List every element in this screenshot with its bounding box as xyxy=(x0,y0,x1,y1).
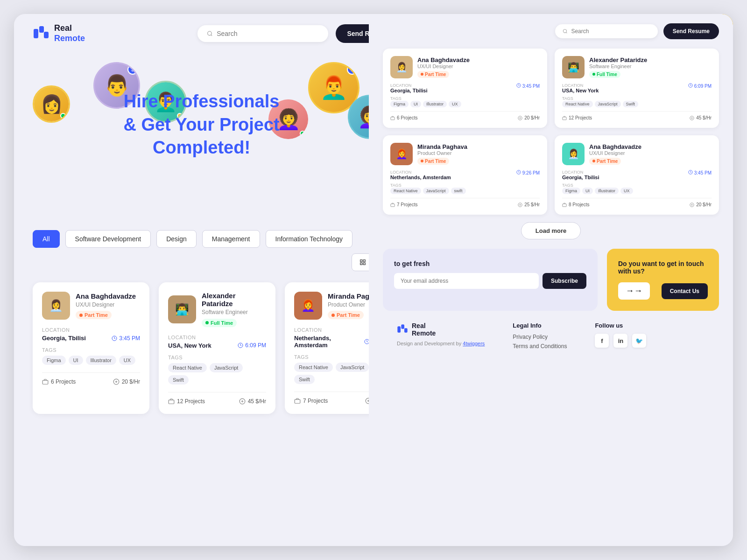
subscribe-button[interactable]: Subscribe xyxy=(543,273,586,289)
money-icon xyxy=(690,116,694,120)
svg-rect-49 xyxy=(404,328,408,332)
location-label: Location xyxy=(42,327,140,333)
svg-rect-1 xyxy=(34,29,38,38)
svg-rect-3 xyxy=(44,32,49,38)
rp-card-info: Alexander Pataridze Software Engineer Fu… xyxy=(589,56,647,78)
clock-icon xyxy=(688,170,693,175)
svg-rect-43 xyxy=(563,203,566,206)
rp-time: 9:26 PM xyxy=(516,170,540,180)
card-tags: Tags React Native JavaScript Swift xyxy=(168,355,266,385)
terms-link[interactable]: Terms and Conditions xyxy=(513,343,567,350)
card-time: 3:45 PM xyxy=(112,335,140,342)
svg-rect-2 xyxy=(39,26,44,33)
tag-swift: Swift xyxy=(294,375,315,384)
rp-search-input[interactable] xyxy=(571,28,650,35)
filter-btn-design[interactable]: Design xyxy=(156,230,197,248)
load-more-button[interactable]: Load more xyxy=(521,222,581,239)
rp-card-header: 👩‍💼 Ana Baghdavadze UX/UI Designer Part … xyxy=(562,143,712,165)
footer-link[interactable]: 4twiggers xyxy=(463,341,485,346)
rp-send-resume-button[interactable]: Send Resume xyxy=(663,23,719,39)
card-header: 👩‍💼 Ana Baghdavadze UX/UI Designer Part … xyxy=(42,292,140,320)
filter-btn-it[interactable]: Information Technology xyxy=(266,230,353,248)
logo: Real Remote xyxy=(33,23,85,43)
twitter-icon[interactable]: 🐦 xyxy=(632,334,646,348)
briefcase-icon xyxy=(390,116,395,120)
rp-footer: 6 Projects 20 $/Hr xyxy=(390,111,540,120)
svg-rect-33 xyxy=(563,117,566,119)
email-input[interactable] xyxy=(394,273,539,289)
cards-section: 👩‍💼 Ana Baghdavadze UX/UI Designer Part … xyxy=(14,282,420,414)
footer-tagline: Design and Development by 4twiggers xyxy=(397,341,485,346)
grid-icon xyxy=(359,259,366,266)
hero-title: Hire Professionals & Get Your Project Co… xyxy=(123,90,279,159)
avatar-badge-5: 5 xyxy=(347,64,357,75)
briefcase-icon xyxy=(562,116,567,120)
social-icons: f in 🐦 xyxy=(595,334,646,348)
card-header: 👨‍💻 Alexander Pataridze Software Enginee… xyxy=(168,292,266,327)
rp-avatar: 👩‍💼 xyxy=(390,56,413,78)
clock-icon xyxy=(688,83,693,88)
svg-line-26 xyxy=(566,32,567,33)
search-box[interactable] xyxy=(197,25,328,42)
filter-btn-all[interactable]: All xyxy=(33,230,60,248)
svg-point-25 xyxy=(563,29,566,33)
rp-card-header: 👩‍🦰 Miranda Paghava Product Owner Part T… xyxy=(390,143,540,165)
card-tags: Tags Figma UI Illustrator UX xyxy=(42,347,140,365)
facebook-icon[interactable]: f xyxy=(595,334,609,348)
card-avatar: 👩‍💼 xyxy=(42,292,70,320)
main-content: Real Remote Send Resume 👩 👨 xyxy=(14,14,420,546)
rp-header: Send Resume xyxy=(383,23,719,39)
logo-text: Real Remote xyxy=(54,23,85,43)
projects-stat: 12 Projects xyxy=(168,398,205,405)
rp-profile-card-2: 👨‍💻 Alexander Pataridze Software Enginee… xyxy=(555,49,719,128)
hero-avatar-1: 👩 xyxy=(33,85,70,123)
card-time: 6:09 PM xyxy=(238,342,266,349)
svg-rect-9 xyxy=(363,263,365,265)
newsletter-box: to get fresh Subscribe xyxy=(383,249,598,311)
rp-meta-row: Location Georgia, Tbilisi 3:45 PM xyxy=(562,170,712,180)
svg-point-4 xyxy=(208,31,212,35)
briefcase-icon xyxy=(168,398,175,405)
rp-employment-badge: Part Time xyxy=(417,158,449,165)
location-label: Location xyxy=(168,335,266,340)
rp-time: 3:45 PM xyxy=(516,83,540,93)
rp-employment-badge: Part Time xyxy=(417,71,449,78)
rp-profile-card-1: 👩‍💼 Ana Baghdavadze UX/UI Designer Part … xyxy=(383,49,547,128)
privacy-policy-link[interactable]: Privacy Policy xyxy=(513,334,567,340)
search-input[interactable] xyxy=(217,30,319,37)
rp-footer: 12 Projects 45 $/Hr xyxy=(562,111,712,120)
money-icon xyxy=(518,116,522,120)
card-avatar: 👨‍💻 xyxy=(168,295,196,323)
card-footer: 6 Projects 20 $/Hr xyxy=(42,372,140,385)
clock-icon xyxy=(112,336,117,341)
filter-btn-software[interactable]: Software Development xyxy=(65,230,151,248)
rp-employment-badge: Part Time xyxy=(589,158,621,165)
rp-tags-row: React Native JavaScript swift xyxy=(390,188,540,194)
hero-section: 👩 👨 3 👨‍🦱 👩‍🦱 👨‍🦰 5 xyxy=(14,53,420,230)
rp-card-info: Ana Baghdavadze UX/UI Designer Part Time xyxy=(589,143,641,165)
briefcase-icon xyxy=(390,203,395,207)
tag-swift: Swift xyxy=(168,375,189,385)
svg-rect-16 xyxy=(169,400,174,404)
rate-stat: 20 $/Hr xyxy=(113,378,140,385)
footer-social: Follow us f in 🐦 xyxy=(595,322,646,348)
rp-employment-badge: Full Time xyxy=(589,71,620,78)
rp-time: 3:45 PM xyxy=(688,170,712,180)
clock-icon xyxy=(516,170,521,175)
tag-react-native: React Native xyxy=(294,363,333,372)
rp-search-box[interactable] xyxy=(555,24,658,38)
filter-btn-management[interactable]: Management xyxy=(202,230,260,248)
card-location: USA, New York 6:09 PM xyxy=(168,342,266,349)
card-location: Georgia, Tbilisi 3:45 PM xyxy=(42,335,140,342)
footer-logo-text: Real Remote xyxy=(412,322,436,337)
card-footer: 12 Projects 45 $/Hr xyxy=(168,392,266,405)
svg-rect-28 xyxy=(391,117,395,119)
linkedin-icon[interactable]: in xyxy=(613,334,627,348)
footer-legal: Legal Info Privacy Policy Terms and Cond… xyxy=(513,322,567,352)
contact-us-button[interactable]: Contact Us xyxy=(662,283,708,299)
tags-row: React Native JavaScript Swift xyxy=(168,363,266,385)
card-avatar: 👩‍🦰 xyxy=(294,292,322,320)
employment-badge: Full Time xyxy=(202,319,237,327)
footer-brand: Real Remote Design and Development by 4t… xyxy=(397,322,485,346)
rp-time: 6:09 PM xyxy=(688,83,712,93)
